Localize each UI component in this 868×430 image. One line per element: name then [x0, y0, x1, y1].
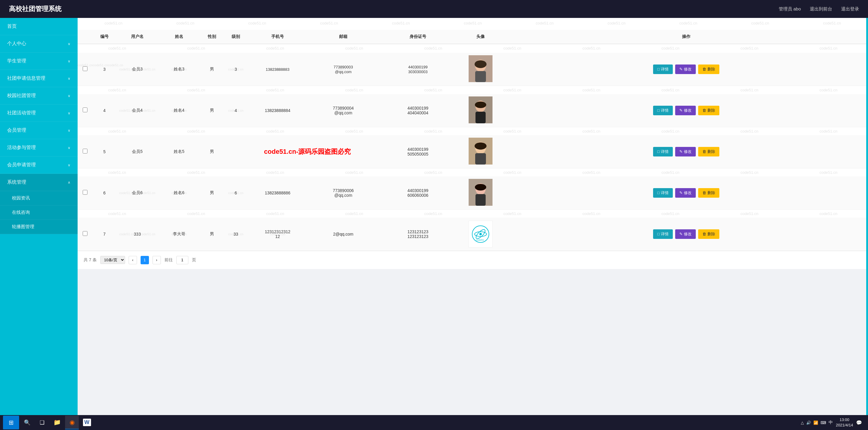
col-name: 姓名 [158, 30, 200, 44]
edit-button[interactable]: ✎ 修改 [675, 188, 696, 198]
edit-icon: ✎ [679, 190, 683, 195]
cell-id: 4 [93, 94, 116, 127]
chevron-down-icon: ∨ [68, 94, 70, 98]
sidebar-item-member-manage-label: 会员管理 [7, 127, 26, 133]
sidebar-sub-campus-info[interactable]: 校园资讯 [0, 191, 78, 206]
row-checkbox-cell [78, 135, 93, 168]
search-button[interactable]: 🔍 [20, 416, 34, 429]
row-select-checkbox[interactable] [83, 190, 88, 195]
delete-button[interactable]: 🗑 删除 [698, 229, 719, 239]
member-avatar [469, 55, 493, 82]
task-view-button[interactable]: ❑ [35, 416, 49, 429]
sidebar-item-activity-join[interactable]: 活动参与管理 ∨ [0, 139, 78, 156]
cell-actions: □ 详情 ✎ 修改 🗑 删除 [504, 177, 868, 209]
cell-email: code51.cn 2@qq.com [307, 218, 379, 250]
detail-icon: □ [657, 232, 660, 236]
edit-button[interactable]: ✎ 修改 [675, 64, 696, 74]
col-username: 用户名 [116, 30, 158, 44]
cell-actions: □ 详情 ✎ 修改 🗑 删除 [504, 53, 868, 86]
cell-avatar [457, 94, 504, 127]
page-goto-input[interactable] [177, 256, 188, 264]
cell-username: code51.cncode51.cn 会员6 [116, 177, 158, 209]
header-right: 管理员 abo 退出到前台 退出登录 [779, 6, 859, 12]
delete-button[interactable]: 🗑 删除 [698, 147, 719, 156]
btn-frontend[interactable]: 退出到前台 [810, 6, 832, 12]
next-page-button[interactable]: › [153, 256, 161, 264]
member-avatar [469, 179, 493, 206]
sidebar-item-personal[interactable]: 个人中心 ∨ [0, 35, 78, 53]
watermark-row: code51.cncode51.cncode51.cncode51.cncode… [78, 127, 868, 135]
delete-icon: 🗑 [702, 232, 706, 236]
detail-button[interactable]: □ 详情 [653, 64, 673, 74]
browser-button[interactable]: ◉ [65, 416, 79, 429]
watermark-row: code51.cncode51.cncode51.cncode51.cncode… [78, 86, 868, 94]
page-1-button[interactable]: 1 [141, 256, 149, 264]
row-select-checkbox[interactable] [83, 231, 88, 236]
detail-button[interactable]: □ 详情 [653, 147, 673, 156]
cell-id: 7 [93, 218, 116, 250]
sidebar-item-home[interactable]: 首页 [0, 18, 78, 35]
network-icon[interactable]: 📶 [813, 421, 818, 425]
clock-time: 13:00 [836, 417, 853, 423]
table-row: 7 code51.cncode51.cn 333 code51.cn [78, 218, 868, 250]
row-select-checkbox[interactable] [83, 149, 88, 153]
sidebar-item-system[interactable]: 系统管理 ∧ [0, 174, 78, 191]
delete-button[interactable]: 🗑 删除 [698, 188, 719, 198]
sidebar-item-system-label: 系统管理 [7, 179, 26, 185]
edit-button[interactable]: ✎ 修改 [675, 229, 696, 239]
prev-page-button[interactable]: ‹ [129, 256, 137, 264]
total-count: 共 7 条 [84, 257, 97, 263]
svg-text:code51: code51 [476, 239, 484, 241]
sidebar-sub-banner-manage[interactable]: 轮播图管理 [0, 220, 78, 234]
delete-button[interactable]: 🗑 删除 [698, 64, 719, 74]
browser-icon: ◉ [69, 419, 74, 426]
cell-idcard: code51.cn 440300199303030003 [379, 53, 457, 86]
row-select-checkbox[interactable] [83, 108, 88, 112]
sidebar-sub-online-consult[interactable]: 在线咨询 [0, 206, 78, 220]
ime-label[interactable]: 中 [829, 420, 833, 425]
svg-rect-6 [475, 112, 486, 123]
sidebar-item-member-apply-label: 会员申请管理 [7, 162, 36, 168]
table-row: code51.cncode51.cncode51.cn 3 code51.cnc… [78, 53, 868, 86]
detail-button[interactable]: □ 详情 [653, 106, 673, 115]
cell-avatar: code51 [457, 218, 504, 250]
action-buttons: □ 详情 ✎ 修改 🗑 删除 [504, 186, 868, 200]
edit-button[interactable]: ✎ 修改 [675, 147, 696, 156]
delete-button[interactable]: 🗑 删除 [698, 106, 719, 115]
taskbar-clock[interactable]: 13:00 2021/4/14 [836, 417, 853, 428]
sidebar-item-activity-manage[interactable]: 社团活动管理 ∨ [0, 104, 78, 122]
sidebar-item-club-manage[interactable]: 校园社团管理 ∨ [0, 87, 78, 104]
sidebar-item-member-manage[interactable]: 会员管理 ∨ [0, 122, 78, 139]
edit-button[interactable]: ✎ 修改 [675, 106, 696, 115]
cell-level: code51.cn 33 [224, 218, 248, 250]
detail-button[interactable]: □ 详情 [653, 188, 673, 198]
btn-logout[interactable]: 退出登录 [841, 6, 859, 12]
svg-rect-14 [475, 194, 486, 206]
cell-name: code51.cn 姓名3 [158, 53, 200, 86]
chevron-down-icon: ∨ [68, 76, 70, 81]
row-checkbox-cell [78, 177, 93, 209]
detail-button[interactable]: □ 详情 [653, 229, 673, 239]
cell-name: code51.cn 李大哥 [158, 218, 200, 250]
file-explorer-button[interactable]: 📁 [50, 416, 64, 429]
chevron-down-icon: ∨ [68, 42, 70, 46]
cell-level: code51.cn 4 [224, 94, 248, 127]
row-select-checkbox[interactable] [83, 66, 88, 71]
tray-expand-icon[interactable]: △ [801, 421, 804, 425]
notification-icon[interactable]: 💬 [856, 420, 862, 426]
sidebar-item-club-apply-label: 社团申请信息管理 [7, 75, 45, 82]
action-buttons: □ 详情 ✎ 修改 🗑 删除 [504, 103, 868, 118]
sidebar-item-club-apply[interactable]: 社团申请信息管理 ∨ [0, 70, 78, 87]
page-size-select[interactable]: 10条/页 20条/页 50条/页 [100, 256, 125, 264]
task-view-icon: ❑ [40, 419, 44, 426]
word-button[interactable]: W [80, 416, 94, 429]
side-stripe [866, 18, 868, 415]
start-button[interactable]: ⊞ [3, 416, 19, 429]
system-tray: △ 🔊 📶 ⌨ 中 [801, 420, 833, 425]
col-gender: 性别 [200, 30, 224, 44]
volume-icon[interactable]: 🔊 [806, 421, 811, 425]
keyboard-icon[interactable]: ⌨ [820, 421, 826, 425]
sidebar-item-student[interactable]: 学生管理 ∨ [0, 53, 78, 70]
sidebar: 首页 个人中心 ∨ 学生管理 ∨ 社团申请信息管理 ∨ 校园社团管理 ∨ 社团活… [0, 18, 78, 415]
sidebar-item-member-apply[interactable]: 会员申请管理 ∨ [0, 156, 78, 174]
